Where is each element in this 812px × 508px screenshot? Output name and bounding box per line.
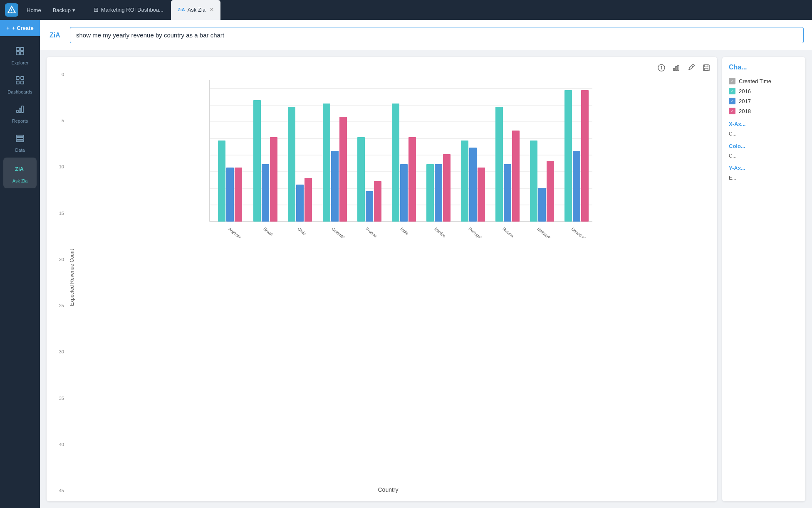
x-axis-option[interactable]: C... xyxy=(729,130,799,138)
svg-text:Argentine: Argentine xyxy=(228,227,245,238)
svg-rect-47 xyxy=(296,185,304,222)
y-axis-option[interactable]: E... xyxy=(729,174,799,182)
backup-nav[interactable]: Backup ▾ xyxy=(48,5,80,16)
create-plus-icon: + xyxy=(6,25,10,31)
legend-item-created-time: ✓ Created Time xyxy=(729,78,799,84)
zia-tab-label: Ask Zia xyxy=(188,7,205,13)
home-nav[interactable]: Home xyxy=(22,5,46,16)
svg-point-21 xyxy=(661,66,662,67)
svg-rect-63 xyxy=(478,168,485,222)
app-logo[interactable] xyxy=(5,3,18,17)
svg-rect-27 xyxy=(705,65,708,67)
svg-text:Chile: Chile xyxy=(297,227,307,236)
dashboards-icon xyxy=(15,75,25,88)
svg-rect-72 xyxy=(581,90,589,222)
svg-rect-44 xyxy=(262,164,269,222)
legend-label-2018: 2018 xyxy=(739,108,751,114)
explorer-icon xyxy=(15,46,25,59)
svg-rect-26 xyxy=(703,65,709,71)
data-label: Data xyxy=(15,148,25,153)
zia-logo: ZiA xyxy=(48,27,65,43)
svg-line-25 xyxy=(692,66,693,67)
legend-checkbox-2018[interactable]: ✓ xyxy=(729,108,735,114)
svg-rect-15 xyxy=(16,138,24,139)
svg-text:Portugal: Portugal xyxy=(468,227,483,238)
svg-rect-67 xyxy=(530,141,537,222)
sidebar-item-ask-zia[interactable]: ZiA Ask Zia xyxy=(3,158,37,188)
tab-marketing[interactable]: ⊞ Marketing ROI Dashboa... xyxy=(87,0,170,20)
svg-rect-7 xyxy=(16,76,19,79)
sidebar-item-explorer[interactable]: Explorer xyxy=(3,41,37,70)
svg-rect-9 xyxy=(16,81,19,84)
svg-rect-59 xyxy=(435,164,442,222)
chart-with-y-axis: Expected Revenue Count xyxy=(67,72,709,483)
svg-rect-8 xyxy=(21,76,24,79)
svg-rect-6 xyxy=(20,52,24,55)
zia-search-input[interactable] xyxy=(70,27,804,43)
svg-rect-58 xyxy=(426,164,434,222)
create-button[interactable]: + + Create xyxy=(0,20,40,36)
legend-checkbox-created-time[interactable]: ✓ xyxy=(729,78,735,84)
legend-label-2017: 2017 xyxy=(739,98,751,104)
svg-rect-45 xyxy=(270,137,277,222)
reports-label: Reports xyxy=(12,118,28,123)
svg-rect-61 xyxy=(461,141,468,222)
data-icon xyxy=(15,133,25,146)
bar-chart-svg: Argentine Brazil Chile Colombia France I… xyxy=(77,72,709,238)
svg-rect-28 xyxy=(705,68,708,70)
svg-rect-10 xyxy=(21,81,24,84)
svg-rect-49 xyxy=(323,104,330,222)
chart-inner: Expected Revenue Count xyxy=(67,72,709,493)
svg-rect-48 xyxy=(304,178,312,222)
close-icon[interactable]: ✕ xyxy=(210,7,214,12)
sidebar: Explorer Dashboards Reports xyxy=(0,36,40,193)
x-axis-section-title: X-Ax... xyxy=(729,121,799,127)
sidebar-container: + + Create Explorer Dashboards xyxy=(0,20,40,508)
tab-ask-zia[interactable]: ZiA Ask Zia ✕ xyxy=(171,0,220,20)
svg-rect-41 xyxy=(226,168,234,222)
svg-rect-52 xyxy=(357,137,365,222)
legend-item-2016: ✓ 2016 xyxy=(729,88,799,94)
content-area: ZiA xyxy=(40,20,812,508)
svg-rect-57 xyxy=(408,137,416,222)
svg-rect-3 xyxy=(16,47,20,51)
explorer-label: Explorer xyxy=(12,60,29,65)
svg-rect-22 xyxy=(673,68,675,71)
svg-rect-55 xyxy=(392,104,399,222)
chart-area: 45 40 35 30 25 20 15 10 5 0 Expected Rev… xyxy=(40,50,812,508)
topbar-nav: Home Backup ▾ xyxy=(22,5,80,16)
y-axis-section-title: Y-Ax... xyxy=(729,165,799,171)
create-label: + Create xyxy=(12,25,34,31)
legend-checkbox-2017[interactable]: ✓ xyxy=(729,98,735,104)
svg-rect-68 xyxy=(538,188,546,222)
svg-rect-62 xyxy=(469,148,477,222)
color-option[interactable]: C... xyxy=(729,152,799,160)
svg-rect-23 xyxy=(676,67,677,71)
sidebar-item-reports[interactable]: Reports xyxy=(3,99,37,128)
svg-rect-12 xyxy=(19,108,21,113)
sidebar-item-data[interactable]: Data xyxy=(3,128,37,158)
y-labels: 45 40 35 30 25 20 15 10 5 0 xyxy=(55,72,67,493)
color-section-title: Colo... xyxy=(729,143,799,149)
topbar: Home Backup ▾ ⊞ Marketing ROI Dashboa...… xyxy=(0,0,812,20)
svg-rect-46 xyxy=(288,107,295,222)
svg-text:Switzerland: Switzerland xyxy=(537,227,556,238)
svg-text:Mexico: Mexico xyxy=(434,227,447,238)
topbar-tabs: ⊞ Marketing ROI Dashboa... ZiA Ask Zia ✕ xyxy=(87,0,220,20)
svg-rect-24 xyxy=(678,65,679,71)
marketing-tab-label: Marketing ROI Dashboa... xyxy=(101,7,163,13)
svg-rect-65 xyxy=(504,164,511,222)
legend-label-2016: 2016 xyxy=(739,88,751,94)
ask-zia-sidebar-label: Ask Zia xyxy=(12,178,28,183)
svg-rect-51 xyxy=(339,117,347,222)
sidebar-item-dashboards[interactable]: Dashboards xyxy=(3,70,37,99)
legend-checkbox-2016[interactable]: ✓ xyxy=(729,88,735,94)
legend-label-created-time: Created Time xyxy=(739,78,771,84)
svg-rect-60 xyxy=(443,154,451,222)
zia-input-area: ZiA xyxy=(40,20,812,50)
svg-text:Brazil: Brazil xyxy=(263,227,274,237)
svg-text:India: India xyxy=(400,227,410,236)
legend-item-2017: ✓ 2017 xyxy=(729,98,799,104)
svg-rect-71 xyxy=(573,151,580,222)
svg-point-2 xyxy=(11,12,12,12)
